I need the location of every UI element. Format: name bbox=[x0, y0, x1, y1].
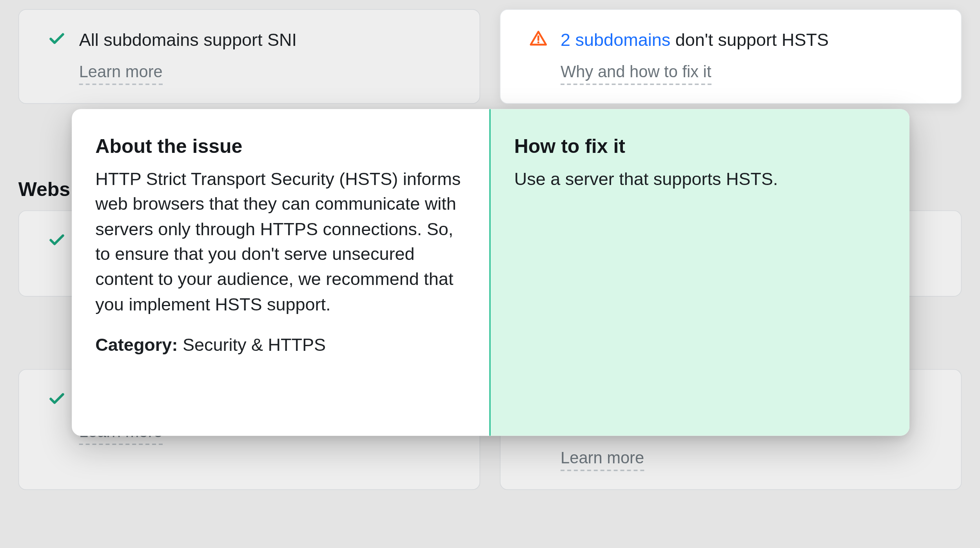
popover-fix-heading: How to fix it bbox=[514, 135, 886, 158]
warning-triangle-icon bbox=[529, 29, 548, 48]
popover-category-value: Security & HTTPS bbox=[183, 335, 326, 355]
check-icon bbox=[48, 230, 66, 249]
card-hsts-title-rest: don't support HSTS bbox=[670, 30, 829, 50]
section-heading: Webs bbox=[18, 178, 70, 201]
card-hsts-title: 2 subdomains don't support HSTS bbox=[561, 28, 829, 52]
card-sni-title: All subdomains support SNI bbox=[79, 28, 297, 52]
card-hsts-fix-link[interactable]: Why and how to fix it bbox=[561, 61, 711, 85]
popover-about-heading: About the issue bbox=[95, 135, 466, 158]
check-icon bbox=[48, 389, 66, 408]
card-hsts-head: 2 subdomains don't support HSTS bbox=[529, 28, 935, 52]
card-sni: All subdomains support SNI Learn more bbox=[18, 9, 480, 104]
card-row3-right-learn-more[interactable]: Learn more bbox=[561, 447, 644, 471]
card-hsts-subdomain-link[interactable]: 2 subdomains bbox=[561, 30, 670, 50]
card-sni-head: All subdomains support SNI bbox=[48, 28, 454, 52]
popover-fix-body: Use a server that supports HSTS. bbox=[514, 167, 886, 192]
card-sni-learn-more[interactable]: Learn more bbox=[79, 61, 163, 85]
popover-fix-panel: How to fix it Use a server that supports… bbox=[491, 109, 909, 435]
popover-about-body: HTTP Strict Transport Security (HSTS) in… bbox=[95, 167, 466, 317]
card-hsts: 2 subdomains don't support HSTS Why and … bbox=[500, 9, 962, 104]
issue-popover: About the issue HTTP Strict Transport Se… bbox=[72, 109, 909, 435]
cards-grid: All subdomains support SNI Learn more 2 … bbox=[18, 9, 962, 104]
popover-about-panel: About the issue HTTP Strict Transport Se… bbox=[72, 109, 490, 435]
popover-category: Category: Security & HTTPS bbox=[95, 335, 466, 356]
popover-category-label: Category: bbox=[95, 335, 178, 355]
svg-point-1 bbox=[537, 42, 539, 44]
check-icon bbox=[48, 29, 66, 48]
